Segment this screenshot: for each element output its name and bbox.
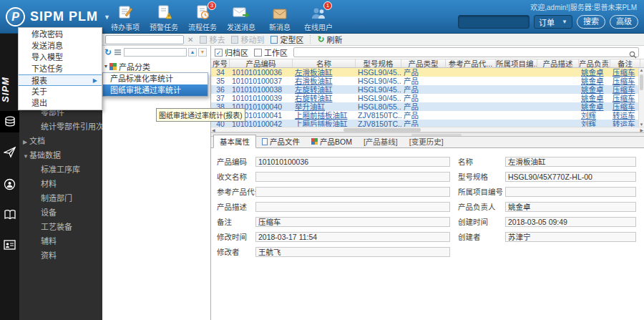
scroll-left-icon[interactable]: ◀	[212, 127, 215, 132]
nav-item-4[interactable]: 新消息	[260, 3, 299, 32]
table-cell[interactable]: 姚金卓	[579, 94, 610, 102]
table-cell[interactable]: 35	[211, 77, 230, 85]
column-header-4[interactable]: 产品类型	[401, 59, 446, 67]
module-item-10[interactable]: 资料	[19, 248, 102, 263]
table-cell[interactable]: 101010100036	[230, 68, 293, 77]
table-cell[interactable]: 压缩车	[610, 68, 640, 77]
form-field-left-0[interactable]: 101010100036	[255, 157, 450, 167]
table-cell[interactable]: 产品	[401, 94, 446, 102]
table-cell[interactable]	[446, 68, 496, 77]
column-header-1[interactable]: 产品编码	[230, 59, 293, 67]
collapse-all-button[interactable]: ▼	[198, 48, 207, 57]
table-cell[interactable]: 举升油缸	[293, 102, 356, 111]
table-cell[interactable]: 34	[211, 68, 230, 77]
menu-item-6[interactable]: 退出	[19, 97, 102, 109]
table-cell[interactable]	[496, 102, 537, 111]
tab-3[interactable]: [产品基线]	[358, 135, 404, 147]
database-icon[interactable]	[0, 111, 19, 132]
table-cell[interactable]: 姚金卓	[579, 68, 610, 77]
module-item-6[interactable]: 制造部门	[19, 191, 102, 205]
table-row[interactable]: 34101010100036左滑板油缸HSGL90/45...产品姚金卓压缩车	[211, 68, 644, 77]
table-cell[interactable]	[446, 85, 496, 94]
table-cell[interactable]: 产品	[401, 68, 446, 77]
nav-item-5[interactable]: 在线用户1	[299, 3, 338, 32]
table-cell[interactable]	[537, 68, 579, 77]
table-cell[interactable]: 产品	[401, 111, 446, 120]
table-cell[interactable]: 右旋转油缸	[293, 94, 356, 102]
table-cell[interactable]: 上厢后插板油缸	[293, 120, 356, 127]
table-cell[interactable]	[537, 111, 579, 120]
horizontal-scroll-thumb[interactable]	[343, 128, 421, 132]
table-search-input[interactable]	[293, 47, 639, 57]
table-cell[interactable]	[446, 102, 496, 111]
table-cell[interactable]: 转运车	[610, 120, 640, 127]
module-item-2[interactable]: ▶文档	[19, 134, 102, 148]
menu-item-4[interactable]: 报表▶	[19, 74, 102, 86]
expand-all-button[interactable]: ▲	[188, 48, 197, 57]
module-item-7[interactable]: 设备	[19, 205, 102, 220]
tree-refresh-icon[interactable]: ↻	[104, 47, 112, 57]
clear-icon[interactable]: ✕	[187, 36, 193, 44]
table-cell[interactable]	[496, 120, 537, 127]
table-cell[interactable]: 产品	[401, 120, 446, 127]
table-cell[interactable]: HSGL90/45...	[356, 94, 401, 102]
table-cell[interactable]: 压缩车	[610, 102, 640, 111]
table-cell[interactable]: 右滑板油缸	[293, 77, 356, 85]
nav-item-0[interactable]: 待办事项	[106, 3, 145, 32]
search-button[interactable]: 搜索	[577, 15, 605, 29]
nav-item-1[interactable]: 预警任务	[145, 3, 183, 32]
table-cell[interactable]: 101010100038	[230, 85, 293, 94]
table-cell[interactable]	[496, 94, 537, 102]
module-item-3[interactable]: ▼基础数据	[19, 148, 102, 163]
finalize-zone-button[interactable]: 定型区	[270, 34, 303, 45]
module-item-9[interactable]: 辅料	[19, 234, 102, 248]
table-cell[interactable]: 101010100037	[230, 77, 293, 85]
id-card-icon[interactable]	[0, 234, 19, 256]
form-field-right-3[interactable]: 姚金卓	[505, 202, 636, 212]
module-item-1[interactable]: 统计零部件引用次数	[19, 120, 102, 134]
form-field-right-0[interactable]: 左滑板油缸	[505, 157, 636, 167]
workspace-checkbox[interactable]	[254, 49, 262, 57]
form-field-right-5[interactable]: 苏津宁	[505, 232, 636, 242]
vertical-scroll-thumb[interactable]	[640, 74, 643, 90]
table-cell[interactable]	[537, 120, 579, 127]
tab-0[interactable]: 基本属性	[213, 135, 256, 148]
table-cell[interactable]	[537, 77, 579, 85]
tree-search-input[interactable]	[124, 48, 187, 57]
table-cell[interactable]	[537, 94, 579, 102]
table-cell[interactable]: 101010100039	[230, 94, 293, 102]
table-row[interactable]: 38101010100040举升油缸HSGL80/55...产品姚金卓压缩车	[211, 102, 644, 111]
form-field-left-2[interactable]	[255, 187, 450, 197]
column-header-7[interactable]: 产品描述	[537, 59, 579, 67]
form-field-left-4[interactable]: 压缩车	[255, 217, 450, 227]
table-row[interactable]: 37101010100039右旋转油缸HSGL90/45...产品姚金卓压缩车	[211, 94, 644, 102]
app-logo[interactable]: P SIPM PLM ▼	[6, 7, 110, 26]
table-cell[interactable]: 姚金卓	[579, 102, 610, 111]
column-header-8[interactable]: 产品负责人	[579, 59, 610, 67]
menu-item-1[interactable]: 发送消息	[19, 40, 102, 52]
move-to-button[interactable]: 移动到	[231, 34, 264, 45]
table-row[interactable]: 40101010100042上厢后插板油缸ZJV8150TC...产品刘辉转运车	[211, 120, 644, 127]
form-field-right-4[interactable]: 2018-03-05 09:49	[505, 217, 636, 227]
table-cell[interactable]: 压缩车	[610, 77, 640, 85]
table-row[interactable]: 35101010100037右滑板油缸HSGL90/45...产品姚金卓压缩车	[211, 77, 644, 85]
table-row[interactable]: 36101010100038左旋转油缸HSGL90/45...产品姚金卓压缩车	[211, 85, 644, 94]
tree-node-root[interactable]: ▼ 产品分类	[102, 61, 210, 72]
table-cell[interactable]	[496, 68, 537, 77]
tree-filter-icon[interactable]	[114, 49, 121, 55]
form-field-left-1[interactable]	[255, 172, 450, 182]
table-cell[interactable]	[446, 120, 496, 127]
table-cell[interactable]: ZJV8150TC...	[356, 120, 401, 127]
form-field-left-6[interactable]: 王航飞	[255, 247, 450, 257]
module-item-4[interactable]: 标准工序库	[19, 163, 102, 177]
module-item-8[interactable]: 工艺装备	[19, 220, 102, 234]
table-cell[interactable]: HSGL90/45...	[356, 68, 401, 77]
column-header-2[interactable]: 名称	[293, 59, 356, 67]
refresh-button[interactable]: ↻ 刷新	[317, 34, 342, 45]
form-field-right-2[interactable]	[505, 187, 636, 197]
table-cell[interactable]	[446, 77, 496, 85]
table-cell[interactable]	[496, 85, 537, 94]
table-cell[interactable]: 37	[211, 94, 230, 102]
table-cell[interactable]: HSGL90/45...	[356, 77, 401, 85]
table-cell[interactable]	[537, 85, 579, 94]
